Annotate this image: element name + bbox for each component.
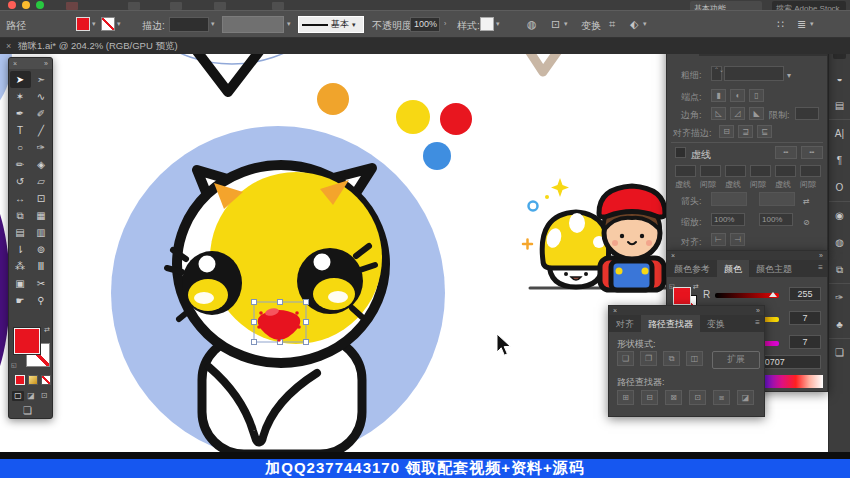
divide-button[interactable]: ⊞ [617,390,634,405]
brush-chevron-icon[interactable]: ▾ [287,20,291,28]
default-fill-stroke-icon[interactable]: ◱ [11,361,17,368]
minus-back-button[interactable]: ◪ [737,390,754,405]
paintbrush-tool[interactable]: ✑ [31,139,52,156]
width-tool[interactable]: ↔ [10,190,31,207]
weight-stepper[interactable]: ⌃⌄ [711,66,722,81]
channel-value-R[interactable]: 255 [789,287,821,301]
column-graph-tool[interactable]: Ⅲ [31,258,52,275]
gradient-mode-swatch[interactable] [28,375,38,385]
draw-normal-mode-icon[interactable]: ▢ [12,391,24,401]
menu-item[interactable] [170,2,182,10]
color-panel-header[interactable]: × » [667,251,827,260]
stroke-align-inside-button[interactable]: ⊒ [738,125,753,138]
channel-value-B[interactable]: 7 [789,335,821,349]
dash-field-4[interactable] [775,165,796,177]
dash-field-1[interactable] [700,165,721,177]
arrow-scale-end-field[interactable]: 100% [759,213,793,226]
dash-field-5[interactable] [800,165,821,177]
artboard-tool[interactable]: ▣ [10,275,31,292]
opacity-chevron-icon[interactable]: › [444,20,446,27]
distribute-options-icon[interactable]: ⬖ [630,18,638,31]
arrow-align-tip-button[interactable]: ⊢ [711,233,726,246]
dock-artboards-icon[interactable]: ⧉ [829,256,850,283]
pen-tool[interactable]: ✒ [10,105,31,122]
cat-character[interactable] [167,165,385,452]
color-mode-swatch[interactable] [15,375,25,385]
line-segment-tool[interactable]: ╱ [31,122,52,139]
select-similar-chevron-icon[interactable]: ▾ [564,20,568,28]
dock-layers-icon[interactable]: ❏ [829,338,850,366]
opacity-field[interactable]: 100% [410,17,440,32]
stroke-chevron-icon[interactable]: ▾ [117,20,121,28]
perspective-grid-tool[interactable]: ▦ [31,207,52,224]
dashed-line-checkbox[interactable] [675,147,686,158]
tab-transform[interactable]: 变换 [700,315,732,332]
brush-definition-field[interactable] [222,16,284,33]
close-window-button[interactable] [8,1,16,9]
pencil-tool[interactable]: ✏ [10,156,31,173]
arrow-align-end-button[interactable]: ⊣ [730,233,745,246]
collapse-panel-icon[interactable]: » [44,60,48,67]
fill-color-swatch[interactable] [76,17,90,31]
menu-item[interactable] [128,2,140,10]
tools-panel-header[interactable]: × » [9,58,52,69]
gradient-tool[interactable]: ▥ [31,224,52,241]
unite-button[interactable]: ❏ [617,351,634,366]
type-tool[interactable]: T [10,122,31,139]
weight-chevron-icon[interactable]: ▾ [787,68,795,80]
projecting-cap-button[interactable]: ▯ [749,89,764,102]
butt-cap-button[interactable]: ▮ [711,89,726,102]
fill-swatch[interactable] [14,328,40,354]
workspace-chevron-icon[interactable]: ▾ [810,20,814,28]
arrow-start-dropdown[interactable] [711,192,747,206]
zoom-window-button[interactable] [36,1,44,9]
round-join-button[interactable]: ◿ [730,107,745,120]
workspace-switcher[interactable]: 基本功能 [690,1,762,10]
style-chevron-icon[interactable]: ▾ [496,20,500,28]
crop-button[interactable]: ⊡ [689,390,706,405]
tab-color-guide[interactable]: 颜色参考 [667,260,717,277]
close-panel-icon[interactable]: × [613,307,617,314]
close-panel-icon[interactable]: × [13,60,17,67]
panel-menu-icon[interactable]: ≡ [818,260,827,277]
dock-character-icon[interactable]: A| [829,119,850,147]
limit-field[interactable] [795,107,819,120]
eraser-tool[interactable]: ◈ [31,156,52,173]
draw-behind-mode-icon[interactable]: ◪ [25,391,37,401]
arrow-end-dropdown[interactable] [759,192,795,206]
expand-button[interactable]: 扩展 [712,351,760,369]
dash-field-3[interactable] [750,165,771,177]
scale-tool[interactable]: ▱ [31,173,52,190]
direct-selection-tool[interactable]: ➣ [31,71,52,88]
pathfinder-panel-header[interactable]: × » [609,306,764,315]
rotate-tool[interactable]: ↺ [10,173,31,190]
miter-join-button[interactable]: ◺ [711,107,726,120]
workspace-menu-icon[interactable]: ≣ [797,18,806,31]
zoom-tool[interactable]: ⚲ [31,292,52,309]
swap-fill-stroke-icon[interactable]: ⇄ [44,326,50,334]
dock-brushes-icon[interactable]: ▤ [829,92,850,119]
recolor-artwork-icon[interactable]: ◍ [527,18,537,31]
screen-mode-icon[interactable]: ❏ [23,405,32,416]
dock-color-themes-icon[interactable]: ◍ [829,229,850,256]
color-spectrum-bar[interactable] [755,375,823,388]
blend-tool[interactable]: ⊚ [31,241,52,258]
weight-field[interactable] [724,66,784,81]
channel-value-G[interactable]: 7 [789,311,821,325]
dock-paragraph-icon[interactable]: ¶ [829,147,850,174]
free-transform-tool[interactable]: ⊡ [31,190,52,207]
document-tab-title[interactable]: 猫咪1.ai* @ 204.2% (RGB/GPU 预览) [18,40,178,53]
tab-color-themes[interactable]: 颜色主题 [749,260,799,277]
ellipse-tool[interactable]: ○ [10,139,31,156]
slider-thumb-R[interactable] [769,292,777,297]
dock-symbols-icon[interactable]: ♣ [829,311,850,338]
lasso-tool[interactable]: ∿ [31,88,52,105]
menu-item[interactable] [272,2,284,10]
shape-builder-tool[interactable]: ⧉ [10,207,31,224]
tab-pathfinder[interactable]: 路径查找器 [641,315,700,332]
menu-item[interactable] [214,2,226,10]
collapse-panel-icon[interactable]: » [756,307,760,314]
transform-label[interactable]: 变换 [581,19,601,33]
hand-tool[interactable]: ☛ [10,292,31,309]
distribute-chevron-icon[interactable]: ▾ [643,20,647,28]
